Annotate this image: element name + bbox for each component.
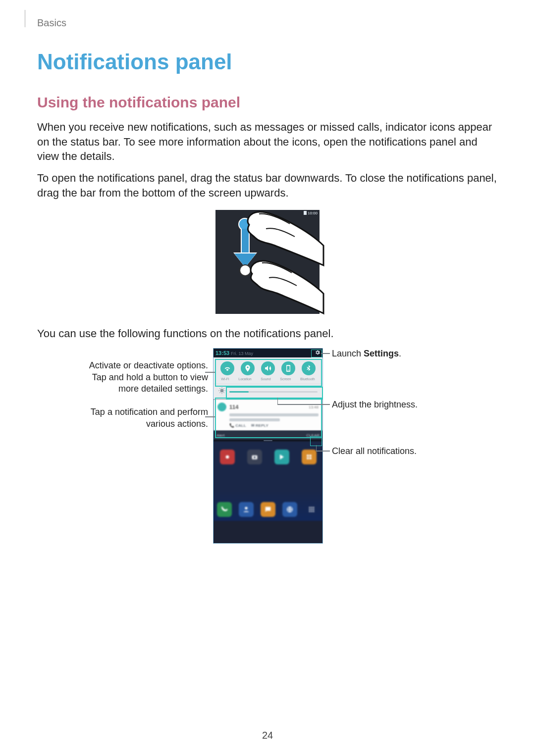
quick-label-2: Sound [261, 377, 270, 381]
svg-rect-6 [309, 457, 311, 459]
hand-bottom-icon [245, 257, 324, 316]
leader-line [321, 353, 330, 353]
svg-point-11 [313, 507, 315, 508]
notification-action-call: 📞 CALL [229, 423, 246, 428]
svg-point-16 [311, 511, 313, 512]
screen-rotation-icon [281, 361, 295, 375]
bluetooth-icon [302, 361, 316, 375]
callout-settings: Launch Settings. [332, 348, 451, 359]
clearbar-left: Alert [216, 433, 224, 438]
apps-icon [304, 502, 319, 517]
svg-point-7 [245, 507, 247, 509]
quick-label-3: Screen [280, 377, 291, 381]
sound-icon [261, 361, 275, 375]
svg-rect-5 [307, 457, 309, 459]
figure-drag-gesture: 10:00 [215, 210, 320, 314]
camera-icon [247, 450, 262, 464]
svg-rect-3 [307, 454, 309, 456]
wifi-icon [220, 361, 234, 375]
callout-notification-tap: Tap a notification and perform various a… [79, 406, 208, 430]
messages-icon [261, 502, 275, 517]
phone-statusbar: 13:53 Fri. 13 May [214, 349, 322, 357]
notification-time: 13:48 [309, 405, 319, 409]
svg-point-14 [313, 509, 315, 510]
svg-point-15 [309, 511, 311, 512]
paragraph-2: To open the notifications panel, drag th… [37, 171, 498, 200]
svg-point-12 [309, 509, 311, 510]
callout-clear: Clear all notifications. [332, 446, 451, 457]
svg-point-0 [225, 455, 229, 459]
gear-icon [315, 350, 321, 356]
leader-line [277, 404, 330, 404]
app-icon [220, 450, 235, 464]
page-title: Notifications panel [37, 50, 498, 74]
svg-point-2 [254, 456, 256, 458]
contacts-icon [239, 502, 254, 517]
clearbar-right: CLEAR [306, 433, 320, 438]
page-content: Notifications panel Using the notificati… [0, 0, 535, 556]
section-subtitle: Using the notifications panel [37, 94, 498, 111]
home-screen-blur [214, 442, 322, 521]
svg-point-17 [313, 511, 315, 512]
leader-line [277, 398, 278, 404]
quick-label-4: Bluetooth [300, 377, 315, 381]
svg-rect-4 [309, 454, 311, 456]
brightness-icon [218, 387, 225, 396]
paragraph-1: When you receive new notifications, such… [37, 120, 498, 164]
leader-line [316, 451, 330, 451]
phone-icon [217, 502, 232, 517]
internet-icon [282, 502, 297, 517]
clear-bar: Alert CLEAR [214, 431, 322, 440]
brightness-slider [229, 391, 318, 393]
brightness-row [214, 384, 322, 399]
google-icon [302, 450, 317, 464]
location-icon [241, 361, 255, 375]
paragraph-3: You can use the following functions on t… [37, 326, 498, 341]
notification-app-icon [217, 403, 226, 411]
breadcrumb: Basics [37, 17, 66, 29]
svg-point-9 [309, 507, 311, 508]
quick-label-0: Wi-Fi [221, 377, 229, 381]
notification-title: 114 [229, 404, 238, 410]
svg-point-10 [311, 507, 313, 508]
play-store-icon [274, 450, 289, 464]
phone-mock: 13:53 Fri. 13 May Wi-Fi Location [213, 348, 323, 544]
callout-brightness: Adjust the brightness. [332, 399, 451, 410]
svg-point-13 [311, 509, 313, 510]
page-number: 24 [0, 730, 535, 741]
header-rule [25, 10, 25, 27]
notification-action-reply: ✉ REPLY [251, 423, 268, 428]
phone-time: 13:53 [215, 350, 229, 356]
callout-quick-toggles: Activate or deactivate options. Tap and … [79, 360, 208, 395]
phone-date: Fri. 13 May [231, 351, 253, 356]
quick-label-1: Location [238, 377, 251, 381]
figure-notifications-panel: 13:53 Fri. 13 May Wi-Fi Location [79, 348, 456, 556]
quick-settings-panel: Wi-Fi Location Sound Screen Bluetooth [214, 357, 322, 399]
